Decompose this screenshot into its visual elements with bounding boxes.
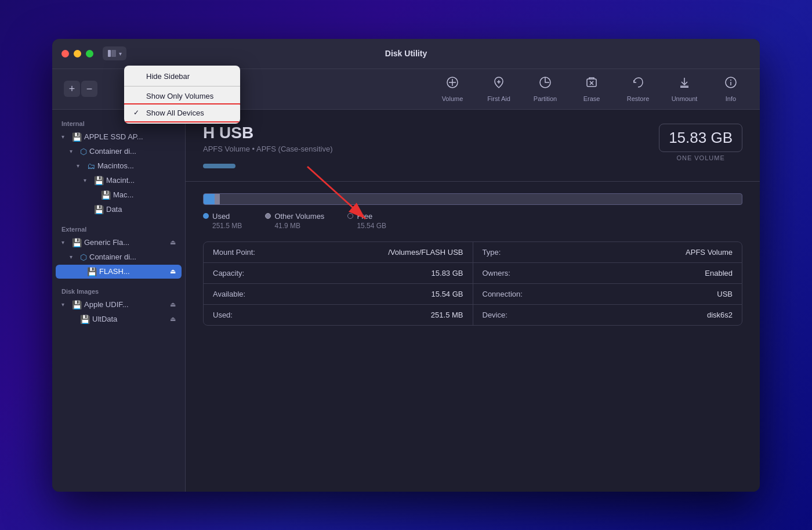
drive-icon: 💾 [72, 300, 82, 309]
detail-size-area: 15.83 GB ONE VOLUME [659, 124, 742, 161]
info-val: disk6s2 [707, 311, 733, 319]
sidebar-item-container-1[interactable]: ▾ ⬡ Container di... [56, 145, 182, 158]
window-title: Disk Utility [385, 49, 427, 58]
sidebar-toggle-chevron: ▾ [119, 51, 122, 57]
maximize-button[interactable] [86, 50, 93, 57]
info-row-2: Available: 15.54 GB Connection: USB [204, 284, 742, 305]
section-disk-images: Disk Images [52, 283, 185, 297]
sidebar-item-mac[interactable]: ▾ 💾 Mac... [56, 188, 182, 202]
info-val: 15.54 GB [432, 290, 463, 298]
sidebar-item-label: Apple UDIF... [84, 300, 168, 309]
info-val: 251.5 MB [431, 311, 463, 319]
erase-svg [585, 75, 599, 89]
storage-bar-other [215, 194, 220, 204]
sidebar: Internal ▾ 💾 APPLE SSD AP... ▾ ⬡ Contain… [52, 110, 186, 492]
remove-volume-button[interactable]: − [81, 81, 97, 97]
chevron-icon: ▾ [70, 254, 78, 260]
info-cell-owners: Owners: Enabled [473, 263, 742, 283]
restore-button[interactable]: Restore [621, 75, 655, 102]
sidebar-item-flash[interactable]: ▾ 💾 FLASH... ⏏ [56, 265, 182, 279]
title-bar: ▾ Disk Utility [52, 39, 760, 69]
info-row-1: Capacity: 15.83 GB Owners: Enabled [204, 263, 742, 284]
unmount-label: Unmount [672, 95, 698, 102]
detail-title-area: H USB APFS Volume • APFS (Case-sensitive… [203, 124, 332, 172]
sidebar-item-ultdata[interactable]: ▾ 💾 UltData ⏏ [56, 312, 182, 326]
partition-svg [538, 75, 552, 89]
storage-bar-used [204, 194, 215, 204]
sidebar-item-generic-fla[interactable]: ▾ 💾 Generic Fla... ⏏ [56, 236, 182, 250]
drive-icon: 💾 [94, 176, 104, 185]
svg-rect-1 [111, 50, 116, 57]
chevron-icon: ▾ [84, 177, 92, 183]
legend-free: Free 15.54 GB [347, 212, 386, 230]
info-val: APFS Volume [686, 248, 733, 257]
detail-size-value: 15.83 GB [659, 124, 742, 152]
info-val: 15.83 GB [432, 269, 463, 277]
info-cell-connection: Connection: USB [473, 284, 742, 304]
checkmark-show-all-devices: ✓ [133, 109, 142, 117]
svg-rect-0 [108, 50, 111, 57]
volume-button[interactable]: Volume [435, 75, 470, 102]
close-button[interactable] [61, 50, 69, 57]
sidebar-item-apple-ssd[interactable]: ▾ 💾 APPLE SSD AP... [56, 130, 182, 144]
sidebar-item-label: Mac... [113, 190, 176, 199]
eject-icon[interactable]: ⏏ [170, 315, 176, 323]
sidebar-item-label: Data [106, 205, 176, 214]
minimize-button[interactable] [74, 50, 81, 57]
info-key: Type: [483, 248, 501, 257]
legend-free-label: Free [347, 212, 386, 221]
dropdown-item-hide-sidebar[interactable]: Hide Sidebar [124, 68, 240, 85]
sidebar-item-data[interactable]: ▾ 💾 Data [56, 203, 182, 217]
unmount-svg [677, 75, 691, 89]
info-cell-capacity: Capacity: 15.83 GB [204, 263, 473, 283]
unmount-icon [677, 75, 691, 93]
info-label: Info [726, 95, 736, 102]
first-aid-button[interactable]: First Aid [481, 75, 516, 102]
info-key: Capacity: [213, 269, 244, 277]
legend-used: Used 251.5 MB [203, 212, 242, 230]
legend-other-label: Other Volumes [265, 212, 324, 221]
info-key: Available: [213, 290, 245, 298]
sidebar-item-macint[interactable]: ▾ 💾 Macint... [56, 174, 182, 188]
info-button[interactable]: Info [713, 75, 748, 102]
detail-size-label: ONE VOLUME [659, 154, 742, 161]
info-cell-device: Device: disk6s2 [473, 305, 742, 325]
restore-svg [631, 75, 645, 89]
eject-icon[interactable]: ⏏ [170, 239, 176, 246]
sidebar-item-apple-udif[interactable]: ▾ 💾 Apple UDIF... ⏏ [56, 298, 182, 312]
info-svg [724, 75, 738, 89]
chevron-icon: ▾ [61, 134, 70, 140]
volume-group-icon: 🗂 [87, 161, 95, 171]
detail-title: H USB [203, 124, 332, 142]
info-val: USB [717, 290, 733, 298]
info-row-0: Mount Point: /Volumes/FLASH USB Type: AP… [204, 242, 742, 263]
restore-icon [631, 75, 645, 93]
eject-icon[interactable]: ⏏ [170, 268, 176, 275]
main-content: Internal ▾ 💾 APPLE SSD AP... ▾ ⬡ Contain… [52, 110, 760, 492]
sidebar-item-container-2[interactable]: ▾ ⬡ Container di... [56, 250, 182, 264]
dropdown-item-show-all-devices[interactable]: ✓ Show All Devices [124, 104, 240, 121]
erase-label: Erase [583, 95, 600, 102]
legend-other-dot [265, 213, 271, 219]
section-external: External [52, 221, 185, 235]
sidebar-item-macintos[interactable]: ▾ 🗂 Macintos... [56, 159, 182, 173]
dropdown-item-show-only-volumes[interactable]: Show Only Volumes [124, 88, 240, 104]
info-table: Mount Point: /Volumes/FLASH USB Type: AP… [203, 241, 742, 326]
sidebar-item-label: Macintos... [97, 161, 176, 170]
info-cell-used: Used: 251.5 MB [204, 305, 473, 325]
info-key: Owners: [483, 269, 510, 277]
volume-svg [445, 75, 459, 89]
erase-button[interactable]: Erase [574, 75, 609, 102]
info-icon [724, 75, 738, 93]
add-volume-button[interactable]: + [64, 81, 80, 97]
unmount-button[interactable]: Unmount [667, 75, 702, 102]
storage-bar-free [220, 194, 742, 204]
info-val: /Volumes/FLASH USB [388, 248, 463, 257]
chevron-icon: ▾ [61, 301, 70, 308]
sidebar-toggle-button[interactable]: ▾ [103, 46, 126, 60]
eject-icon[interactable]: ⏏ [170, 301, 176, 308]
mount-indicator-svg [203, 160, 238, 170]
sidebar-dropdown-menu: Hide Sidebar Show Only Volumes ✓ Show Al… [124, 66, 240, 124]
partition-button[interactable]: Partition [528, 75, 563, 102]
legend-used-value: 251.5 MB [212, 222, 242, 230]
